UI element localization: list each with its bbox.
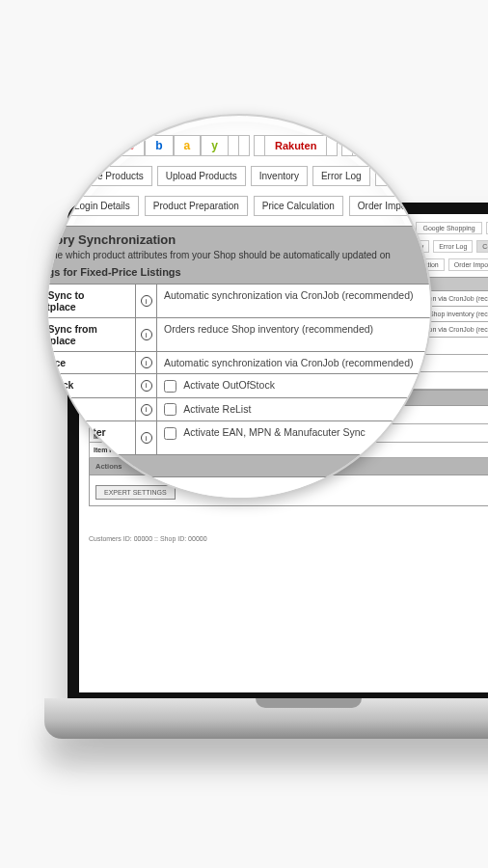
tab-generic[interactable]: n xyxy=(66,135,93,156)
label-relist: ReList xyxy=(46,398,136,421)
label-out-of-stock: OutOfStock xyxy=(46,374,136,397)
label-stock-sync-to: Stock Sync to Marketplace xyxy=(46,285,136,317)
section-title: Inventory Synchronization xyxy=(46,232,432,247)
expert-settings-button[interactable]: EXPERT SETTINGS xyxy=(95,485,176,500)
ebay-logo: ebay xyxy=(107,135,239,156)
value-relist: Activate ReList xyxy=(157,398,432,421)
info-icon[interactable]: i xyxy=(136,374,157,397)
row-out-of-stock: OutOfStock i Activate OutOfStock xyxy=(46,374,432,398)
rakuten-logo: Rakuten xyxy=(264,135,327,156)
info-icon[interactable]: i xyxy=(136,398,157,421)
checkbox-label-out-of-stock: Activate OutOfStock xyxy=(183,379,275,391)
tab-configuration[interactable]: C xyxy=(375,166,399,186)
value-stock-sync-from[interactable]: Orders reduce Shop inventory (recommende… xyxy=(157,318,432,351)
tab-google[interactable]: Google xyxy=(411,135,432,156)
row-stock-sync-to: Stock Sync to Marketplace i Automatic sy… xyxy=(46,285,432,318)
label-stock-sync-from: Stock Sync from Marketplace xyxy=(46,318,136,351)
top-nav: Prepare Products Upload Products Invento… xyxy=(46,166,432,186)
sub-nav: Login Details Product Preparation Price … xyxy=(46,196,432,216)
tab-login-details[interactable]: Login Details xyxy=(66,196,139,216)
google-logo: Google xyxy=(421,135,432,156)
checkbox-label-ean-mpn: Activate EAN, MPN & Manufacuter Sync xyxy=(183,426,366,438)
tab-configuration-sm[interactable]: Configuration xyxy=(476,240,488,253)
tab-ebay[interactable]: ebay xyxy=(96,135,250,156)
tab-prepare-products[interactable]: Prepare Products xyxy=(60,166,152,186)
tab-order-import-sm[interactable]: Order Import xyxy=(448,258,488,271)
tab-error-log[interactable]: Error Log xyxy=(312,166,370,186)
checkbox-out-of-stock[interactable] xyxy=(164,380,176,393)
tab-errorlog-sm[interactable]: Error Log xyxy=(433,240,473,253)
tab-product-preparation[interactable]: Product Preparation xyxy=(145,196,248,216)
tab-google-shopping[interactable]: Google Shopping xyxy=(416,222,481,234)
tab-rakuten[interactable]: Rakuten xyxy=(254,135,338,156)
section-description: Determine which product attributes from … xyxy=(46,250,432,260)
label-item-price: Item Price xyxy=(46,352,136,373)
marketplace-tabs: n ebay Rakuten Etsy Google xyxy=(46,135,432,156)
laptop-base xyxy=(44,698,488,739)
tab-upload-products[interactable]: Upload Products xyxy=(157,166,246,186)
row-item-price: Item Price i Automatic synchronization v… xyxy=(46,352,432,374)
tab-inventory[interactable]: Inventory xyxy=(251,166,308,186)
footer-ids: Customers ID: 00000 :: Shop ID: 00000 xyxy=(89,535,488,542)
value-out-of-stock: Activate OutOfStock xyxy=(157,374,432,397)
row-relist: ReList i Activate ReList xyxy=(46,398,432,422)
value-stock-sync-to[interactable]: Automatic synchronization via CronJob (r… xyxy=(157,285,432,317)
tab-price-calculation[interactable]: Price Calculation xyxy=(254,196,343,216)
value-item-price[interactable]: Automatic synchronization via CronJob (r… xyxy=(157,352,432,373)
checkbox-label-relist: Activate ReList xyxy=(183,403,251,415)
section-settings-label: Settings for Fixed-Price Listings xyxy=(46,266,432,278)
row-stock-sync-from: Stock Sync from Marketplace i Orders red… xyxy=(46,318,432,352)
info-icon[interactable]: i xyxy=(136,421,157,454)
info-icon[interactable]: i xyxy=(136,352,157,373)
info-icon[interactable]: i xyxy=(136,318,157,351)
tab-etsy[interactable]: Etsy xyxy=(341,135,406,156)
section-header: Inventory Synchronization Determine whic… xyxy=(46,226,432,285)
etsy-logo: Etsy xyxy=(352,135,395,156)
magnifier-lens: n ebay Rakuten Etsy Google Prepare Produ… xyxy=(46,114,432,500)
checkbox-ean-mpn[interactable] xyxy=(164,427,176,440)
info-icon[interactable]: i xyxy=(136,285,157,317)
checkbox-relist[interactable] xyxy=(164,403,176,416)
